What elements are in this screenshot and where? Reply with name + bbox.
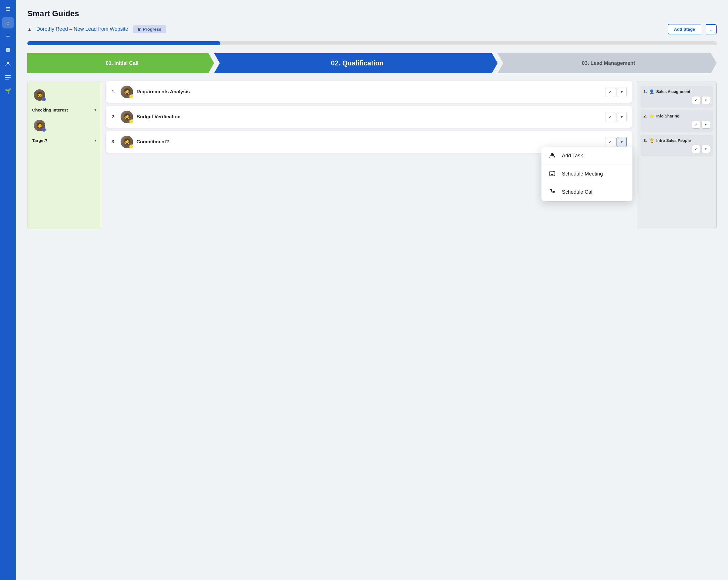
qual-dropdown-btn-1[interactable]: ▾ bbox=[617, 87, 627, 97]
qual-check-btn-1[interactable]: ✓ bbox=[605, 87, 615, 97]
lead-task-3-header: 3. 🏆 Intro Sales People bbox=[644, 138, 710, 143]
task-chevron-2[interactable]: ▾ bbox=[95, 138, 97, 143]
task-label-2: Target? bbox=[32, 138, 48, 143]
dropdown-add-task[interactable]: Add Task bbox=[542, 147, 632, 165]
qual-num-1: 1. bbox=[111, 89, 117, 95]
lead-task-2-header: 2. ⭐ Info Sharing bbox=[644, 114, 710, 118]
star-badge-1: ⭐ bbox=[128, 94, 134, 99]
main-content: Smart Guides ▲ Dorothy Reed – New Lead f… bbox=[16, 0, 728, 580]
qual-card-1: 1. 🧔 ⭐ Requirements Analysis ✓ ▾ bbox=[106, 81, 632, 103]
avatar-wrap-1: 🧔 ⭐ bbox=[121, 85, 133, 98]
qual-num-3: 3. bbox=[111, 139, 117, 145]
qual-check-btn-2[interactable]: ✓ bbox=[605, 112, 615, 122]
lead-management-column: 1. 👤 Sales Assignment ✓ ▾ 2. ⭐ Info Shar… bbox=[637, 81, 717, 229]
svg-rect-5 bbox=[5, 75, 11, 76]
schedule-call-icon bbox=[548, 188, 556, 196]
menu-icon[interactable]: ☰ bbox=[2, 3, 14, 15]
qual-card-2: 2. 🧔 ⭐ Budget Verification ✓ ▾ bbox=[106, 106, 632, 128]
lead-task-2: 2. ⭐ Info Sharing ✓ ▾ bbox=[641, 110, 713, 132]
dropdown-menu: Add Task Schedule Meeting Schedule Call bbox=[542, 147, 632, 201]
task-chevron-1[interactable]: ▾ bbox=[95, 108, 97, 112]
lead-task-3: 3. 🏆 Intro Sales People ✓ ▾ bbox=[641, 135, 713, 156]
lead-task-num-3: 3. bbox=[644, 138, 647, 143]
stage-initial-call[interactable]: 01. Initial Call bbox=[27, 53, 214, 73]
svg-rect-3 bbox=[8, 50, 10, 52]
qual-check-btn-3[interactable]: ✓ bbox=[605, 137, 615, 147]
status-badge: In Progress bbox=[133, 25, 167, 33]
avatar-wrap-3: 🧔 ⭐ bbox=[121, 136, 133, 148]
lead-check-btn-1[interactable]: ✓ bbox=[692, 96, 700, 104]
lead-task-num-1: 1. bbox=[644, 89, 647, 94]
stage-lead-management[interactable]: 03. Lead Management bbox=[498, 53, 717, 73]
schedule-meeting-icon bbox=[548, 170, 556, 178]
qual-dropdown-btn-2[interactable]: ▾ bbox=[617, 112, 627, 122]
stage-qualification[interactable]: 02. Qualification bbox=[214, 53, 498, 73]
lead-chevron-btn-1[interactable]: ▾ bbox=[702, 96, 710, 104]
lead-check-btn-3[interactable]: ✓ bbox=[692, 145, 700, 153]
star-badge-3: ⭐ bbox=[128, 144, 134, 149]
qual-title-1: Requirements Analysis bbox=[136, 89, 602, 95]
user-icon[interactable] bbox=[2, 58, 14, 69]
sprout-icon[interactable]: 🌱 bbox=[2, 85, 14, 97]
lead-task-actions-1: ✓ ▾ bbox=[644, 96, 710, 104]
lead-task-label-1: Sales Assignment bbox=[656, 89, 710, 94]
svg-rect-6 bbox=[5, 77, 11, 78]
svg-rect-2 bbox=[6, 50, 8, 52]
add-task-icon bbox=[548, 152, 556, 159]
lead-check-btn-2[interactable]: ✓ bbox=[692, 121, 700, 129]
lead-task-actions-2: ✓ ▾ bbox=[644, 121, 710, 129]
lead-task-icon-2: ⭐ bbox=[649, 114, 654, 118]
list-icon[interactable] bbox=[2, 72, 14, 83]
header-row: ▲ Dorothy Reed – New Lead from Website I… bbox=[27, 24, 717, 34]
plus-icon[interactable]: + bbox=[2, 31, 14, 42]
avatar-wrap-2: 🧔 ⭐ bbox=[121, 111, 133, 123]
dropdown-schedule-call[interactable]: Schedule Call bbox=[542, 183, 632, 201]
stages-row: 01. Initial Call 02. Qualification 03. L… bbox=[27, 53, 717, 73]
add-stage-button[interactable]: Add Stage bbox=[668, 24, 701, 34]
lead-link[interactable]: Dorothy Reed – New Lead from Website bbox=[36, 26, 128, 32]
qual-title-3: Commitment? bbox=[136, 139, 602, 145]
qual-dropdown-btn-3[interactable]: ▾ bbox=[617, 137, 627, 147]
qual-actions-3: ✓ ▾ bbox=[605, 137, 627, 147]
home-icon[interactable]: ⌂ bbox=[2, 17, 14, 28]
lead-task-label-2: Info Sharing bbox=[656, 114, 710, 118]
svg-rect-1 bbox=[8, 48, 10, 50]
qualification-column: 1. 🧔 ⭐ Requirements Analysis ✓ ▾ 2. 🧔 ⭐ bbox=[101, 81, 637, 153]
star-badge-2: ⭐ bbox=[128, 119, 134, 124]
qual-title-2: Budget Verification bbox=[136, 114, 602, 120]
lead-chevron-btn-2[interactable]: ▾ bbox=[702, 121, 710, 129]
lead-task-actions-3: ✓ ▾ bbox=[644, 145, 710, 153]
add-stage-chevron-button[interactable]: ⌄ bbox=[706, 24, 717, 34]
grid-icon[interactable] bbox=[2, 44, 14, 56]
lead-task-1-header: 1. 👤 Sales Assignment bbox=[644, 89, 710, 94]
columns-area: 🧔 👤 Checking Interest ▾ 🧔 👤 Target? ▾ bbox=[27, 81, 717, 229]
lead-chevron-btn-3[interactable]: ▾ bbox=[702, 145, 710, 153]
initial-call-column: 🧔 👤 Checking Interest ▾ 🧔 👤 Target? ▾ bbox=[27, 81, 101, 229]
sidebar: ☰ ⌂ + 🌱 bbox=[0, 0, 16, 580]
svg-rect-11 bbox=[552, 174, 553, 175]
collapse-chevron[interactable]: ▲ bbox=[27, 27, 32, 32]
qual-card-3-wrap: 3. 🧔 ⭐ Commitment? ✓ ▾ bbox=[106, 131, 632, 153]
svg-rect-9 bbox=[550, 171, 555, 176]
lead-task-1: 1. 👤 Sales Assignment ✓ ▾ bbox=[641, 86, 713, 107]
lead-task-label-3: Intro Sales People bbox=[656, 138, 710, 143]
svg-rect-7 bbox=[5, 79, 9, 80]
task-label: Checking Interest bbox=[32, 107, 68, 112]
svg-rect-0 bbox=[6, 48, 8, 50]
dropdown-schedule-meeting[interactable]: Schedule Meeting bbox=[542, 165, 632, 183]
list-item: 🧔 👤 bbox=[31, 116, 98, 134]
qual-actions-2: ✓ ▾ bbox=[605, 112, 627, 122]
lead-task-num-2: 2. bbox=[644, 114, 647, 118]
progress-bar bbox=[27, 41, 717, 45]
lead-task-icon-1: 👤 bbox=[649, 89, 654, 94]
svg-rect-10 bbox=[551, 174, 552, 175]
page-title: Smart Guides bbox=[27, 9, 717, 18]
qual-num-2: 2. bbox=[111, 114, 117, 120]
avatar-badge-2: 👤 bbox=[42, 128, 46, 132]
list-item: 🧔 👤 bbox=[31, 86, 98, 104]
progress-fill bbox=[27, 41, 220, 45]
avatar-badge: 👤 bbox=[42, 97, 46, 101]
qual-actions-1: ✓ ▾ bbox=[605, 87, 627, 97]
lead-task-icon-3: 🏆 bbox=[649, 138, 654, 143]
